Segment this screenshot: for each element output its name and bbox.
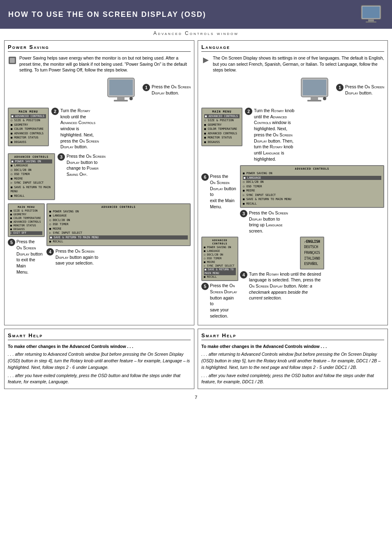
- svg-rect-1: [362, 7, 380, 18]
- smart-help-right-content: To make other changes in the Advanced Co…: [201, 343, 384, 386]
- page-title: How to Use the On Screen Display (OSD): [8, 10, 206, 19]
- step5-col: MAIN MENU ■ SIZE & POSITION ■ GEOMETRY ■…: [8, 203, 45, 275]
- svg-rect-3: [366, 21, 376, 23]
- step4-text: Press the On ScreenDisplay button again …: [55, 248, 98, 266]
- page-number: 7: [0, 395, 392, 400]
- lang-adv-ctrl-col: ADVANCED CONTROLS ■ POWER SAVING ON ■ LA…: [240, 165, 384, 234]
- power-saving-intro: Power Saving helps save energy when the …: [8, 55, 191, 73]
- step4-text-area: 4 Press the On ScreenDisplay button agai…: [46, 248, 191, 266]
- step2-number: 2: [51, 108, 59, 115]
- step3-text: Press the On ScreenDisplay button tochan…: [67, 153, 106, 177]
- monitor-icon: [359, 4, 384, 25]
- svg-point-16: [323, 97, 326, 100]
- main-content: Power Saving Power Saving helps save ene…: [0, 40, 392, 325]
- smart-help-left-bold: To make other changes in the Advanced Co…: [8, 343, 191, 350]
- smart-help-right-section: Smart Help To make other changes in the …: [198, 329, 388, 389]
- lang-step1-text: Press the On ScreenDisplay button.: [345, 84, 384, 96]
- lang-step2-text-area: 2 Turn the Rotary knobuntil the Advanced…: [245, 108, 384, 162]
- smart-help-left-title: Smart Help: [8, 332, 191, 340]
- smart-help-left-section: Smart Help To make other changes in the …: [4, 329, 194, 389]
- lang-step6-text: Press theOn ScreenDisplay button toexit …: [210, 173, 238, 210]
- smart-help-area: Smart Help To make other changes in the …: [0, 325, 392, 393]
- smart-help-left-para1: . . . after returning to Advanced Contro…: [8, 351, 191, 371]
- lang-step2-number: 2: [245, 108, 252, 115]
- lang-step4-5-area: ADVANCED CONTROLS ■ POWER SAVING ON ■ LA…: [201, 237, 384, 319]
- step3-area: ADVANCED CONTROLS ■ POWER SAVING ON ■ LA…: [8, 153, 191, 200]
- lang-step4-text: Turn the Rotary knob until the desiredla…: [249, 271, 321, 301]
- lang-step1-text-area: 1 Press the On ScreenDisplay button.: [336, 84, 384, 105]
- language-section: Language The On Screen Display shows its…: [198, 40, 388, 325]
- lang-step6-col: 6 Press theOn ScreenDisplay button toexi…: [201, 165, 238, 210]
- lang-step4-number: 4: [240, 271, 247, 279]
- subheader: Advanced Controls window: [0, 30, 392, 36]
- step2-area: MAIN MENU ■ ADVANCED CONTROLS ○ SIZE & P…: [8, 108, 191, 150]
- language-intro-text: The On Screen Display shows its settings…: [213, 55, 384, 73]
- power-saving-title: Power Saving: [8, 44, 191, 52]
- step1-image: [106, 77, 138, 105]
- step5-number: 5: [8, 239, 15, 246]
- lang-step1-number: 1: [336, 84, 344, 91]
- svg-point-10: [129, 97, 133, 100]
- language-title: Language: [201, 44, 384, 52]
- lang-step4-text-area: 4 Turn the Rotary knob until the desired…: [240, 271, 384, 301]
- monitor-thumb-lang-1: [299, 77, 332, 105]
- power-saving-icon: [8, 56, 17, 65]
- lang-step3-text-area: 3 Press the On ScreenDisplay button tobr…: [240, 210, 384, 234]
- smart-help-left-para1-text: . . . after returning to Advanced Contro…: [8, 352, 190, 370]
- svg-rect-2: [368, 19, 374, 21]
- power-saving-section: Power Saving Power Saving helps save ene…: [4, 40, 194, 325]
- smart-help-left-para2: . . . after you have exited completely, …: [8, 373, 191, 386]
- lang-step2-area: MAIN MENU ■ ADVANCED CONTROLS ○ SIZE & P…: [201, 108, 384, 162]
- lang-step5-text: Press the OnScreen Displaybutton again t…: [210, 283, 238, 319]
- lang-step3-number: 3: [240, 210, 247, 217]
- smart-help-right-para2-text: . . . after you have exited completely, …: [201, 373, 374, 385]
- lang-step3-6-area: 6 Press theOn ScreenDisplay button toexi…: [201, 165, 384, 234]
- page-number-value: 7: [195, 395, 197, 400]
- lang-step2-osd: MAIN MENU ■ ADVANCED CONTROLS ○ SIZE & P…: [201, 108, 242, 148]
- lang-step6-text: 6 Press theOn ScreenDisplay button toexi…: [201, 173, 238, 210]
- svg-rect-15: [307, 100, 321, 101]
- smart-help-right-para1: . . . after returning to Advanced Contro…: [201, 351, 384, 371]
- step1-text: Press the On ScreenDisplay button.: [152, 84, 191, 96]
- step1-number: 1: [143, 84, 150, 91]
- lang-step1-area: 1 Press the On ScreenDisplay button.: [201, 77, 384, 105]
- power-saving-intro-text: Power Saving helps save energy when the …: [19, 55, 191, 73]
- svg-rect-13: [303, 80, 326, 95]
- lang-step1-image: [299, 77, 332, 105]
- step5-text: Press theOn ScreenDisplay buttonto exit …: [16, 239, 45, 275]
- lang-step3-text: Press the On ScreenDisplay button tobrin…: [249, 210, 288, 234]
- step2-osd-area: MAIN MENU ■ ADVANCED CONTROLS ○ SIZE & P…: [8, 108, 49, 148]
- step2-text: Turn the Rotaryknob until theAdvanced Co…: [60, 108, 99, 150]
- lang-step5-col: ADVANCED CONTROLS ■ POWER SAVING ON ■ LA…: [201, 237, 238, 319]
- svg-rect-5: [10, 58, 15, 63]
- svg-marker-11: [203, 58, 209, 63]
- smart-help-right-title: Smart Help: [201, 332, 384, 340]
- smart-help-left-para2-text: . . . after you have exited completely, …: [8, 373, 180, 385]
- smart-help-right-para1-text: . . . after returning to Advanced Contro…: [201, 352, 380, 370]
- svg-rect-14: [311, 97, 318, 100]
- monitor-thumb-1: [106, 77, 138, 105]
- smart-help-right-para2: . . . after you have exited completely, …: [201, 373, 384, 386]
- lang-step5-text-row: 5 Press the OnScreen Displaybutton again…: [201, 283, 238, 319]
- language-icon: [201, 56, 210, 65]
- step3-osd: ADVANCED CONTROLS ■ POWER SAVING ON ■ LA…: [8, 153, 55, 200]
- step5-text-row: 5 Press theOn ScreenDisplay buttonto exi…: [8, 239, 45, 275]
- step4-number: 4: [46, 248, 54, 256]
- svg-rect-7: [109, 80, 133, 95]
- page-header: How to Use the On Screen Display (OSD): [0, 0, 392, 29]
- smart-help-right-bold: To make other changes in the Advanced Co…: [201, 343, 384, 350]
- step4-5-area: MAIN MENU ■ SIZE & POSITION ■ GEOMETRY ■…: [8, 203, 191, 275]
- lang-step5-number: 5: [201, 283, 209, 290]
- language-steps-area: 1 Press the On ScreenDisplay button. MAI…: [201, 77, 384, 319]
- lang-screen-col: ✓ENGLISH DEUTSCH FRANÇAIS ITALIANO ESPAÑ…: [240, 237, 384, 301]
- lang-step6-number: 6: [201, 173, 209, 181]
- svg-rect-8: [117, 97, 125, 100]
- language-intro: The On Screen Display shows its settings…: [201, 55, 384, 73]
- power-saving-steps-area: 1 Press the On ScreenDisplay button. MAI…: [8, 77, 191, 283]
- step3-number: 3: [58, 153, 65, 161]
- step1-area: 1 Press the On ScreenDisplay button.: [8, 77, 191, 105]
- adv-ctrl-save-col: ADVANCED CONTROLS ■ POWER SAVING ON ■ LA…: [46, 203, 191, 275]
- step2-text-area: 2 Turn the Rotaryknob until theAdvanced …: [51, 108, 191, 150]
- lang-step2-text: Turn the Rotary knobuntil the AdvancedCo…: [254, 108, 294, 162]
- step3-text-area: 3 Press the On ScreenDisplay button toch…: [58, 153, 191, 177]
